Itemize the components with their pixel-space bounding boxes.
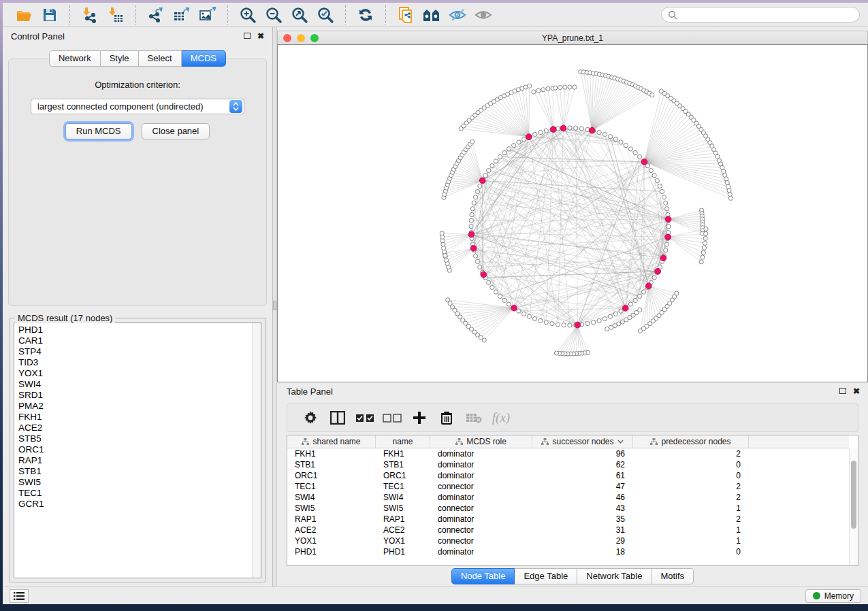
criterion-select[interactable]: largest connected component (undirected) (31, 99, 244, 114)
table-scrollbar[interactable] (849, 448, 858, 565)
zoom-fit-icon[interactable] (289, 5, 310, 24)
mcds-result-item[interactable]: SWI4 (18, 379, 252, 390)
tab-motifs[interactable]: Motifs (652, 568, 694, 584)
table-panel: Table Panel ✖ (277, 382, 868, 587)
tab-node-table[interactable]: Node Table (451, 568, 515, 584)
delete-row-icon[interactable] (433, 408, 460, 428)
close-panel-icon[interactable]: ✖ (257, 32, 264, 40)
mcds-result-item[interactable]: ORC1 (18, 444, 252, 455)
task-history-button[interactable] (10, 589, 29, 603)
mcds-result-item[interactable]: STB5 (18, 433, 252, 444)
table-row[interactable]: TEC1TEC1connector472 (287, 481, 849, 492)
tab-edge-table[interactable]: Edge Table (515, 568, 577, 584)
table-row[interactable]: SWI5SWI5connector431 (287, 503, 849, 514)
close-table-panel-icon[interactable]: ✖ (853, 387, 860, 395)
column-header-name[interactable]: name (376, 435, 430, 448)
show-column-icon[interactable] (324, 408, 351, 428)
splitter-handle[interactable] (273, 301, 276, 310)
table-row[interactable]: STB1STB1dominator620 (287, 459, 849, 470)
mcds-result-item[interactable]: PHD1 (18, 325, 252, 335)
float-panel-icon[interactable] (244, 32, 251, 40)
tab-style[interactable]: Style (101, 50, 139, 67)
network-canvas[interactable] (277, 44, 868, 382)
refresh-view-icon[interactable] (355, 5, 376, 24)
mcds-result-item[interactable]: YOX1 (18, 368, 252, 379)
open-session-icon[interactable] (14, 5, 34, 24)
import-table-icon[interactable] (106, 5, 126, 24)
table-row[interactable]: YOX1YOX1connector291 (287, 535, 849, 546)
mcds-result-list[interactable]: PHD1CAR1STP4TID3YOX1SWI4SRD1PMA2FKH1ACE2… (14, 323, 261, 578)
cell-predecessor-nodes: 1 (633, 503, 749, 514)
table-row[interactable]: RAP1RAP1dominator352 (287, 514, 849, 525)
mcds-result-item[interactable]: SRD1 (18, 390, 252, 401)
mcds-result-item[interactable]: ACE2 (18, 423, 252, 433)
cell-successor-nodes: 47 (532, 481, 633, 492)
mcds-result-item[interactable]: RAP1 (18, 455, 252, 466)
export-network-icon[interactable] (146, 5, 166, 24)
column-header-shared-name[interactable]: shared name (287, 435, 376, 448)
column-header-mcds-role[interactable]: MCDS role (430, 435, 532, 448)
table-row[interactable]: PHD1PHD1dominator180 (287, 546, 849, 557)
cell-name: YOX1 (376, 535, 430, 546)
cell-shared-name: YOX1 (287, 535, 376, 546)
network-view-titlebar[interactable]: YPA_prune.txt_1 (277, 31, 868, 44)
mcds-result-item[interactable]: CAR1 (18, 335, 252, 346)
cell-filler (749, 459, 849, 470)
criterion-select-value: largest connected component (undirected) (31, 101, 229, 112)
tab-network[interactable]: Network (49, 50, 101, 67)
table-row[interactable]: ACE2ACE2connector311 (287, 525, 849, 535)
column-header-successor-nodes[interactable]: successor nodes (532, 435, 633, 448)
export-image-icon[interactable] (197, 5, 218, 24)
tab-select[interactable]: Select (139, 50, 182, 67)
zoom-selected-icon[interactable] (315, 5, 336, 24)
mcds-result-item[interactable]: TID3 (18, 357, 252, 368)
select-all-icon[interactable] (351, 408, 379, 428)
mcds-result-item[interactable]: STB1 (18, 466, 252, 477)
table-settings-icon[interactable] (297, 408, 324, 428)
mcds-list-scrollbar[interactable] (252, 323, 261, 578)
network-view-window: YPA_prune.txt_1 (277, 31, 868, 382)
zoom-in-icon[interactable] (238, 5, 258, 24)
search-box[interactable] (661, 7, 860, 22)
first-neighbors-icon[interactable] (421, 5, 442, 24)
column-header-predecessor-nodes[interactable]: predecessor nodes (633, 435, 749, 448)
memory-button[interactable]: Memory (805, 589, 861, 603)
select-stepper-icon (229, 100, 242, 113)
column-header-filler (749, 435, 849, 448)
copy-style-icon[interactable] (396, 5, 416, 24)
show-hidden-icon[interactable] (473, 5, 494, 24)
mcds-result-item[interactable]: TEC1 (18, 488, 252, 499)
cell-name: TEC1 (376, 481, 430, 492)
table-row[interactable]: SWI4SWI4dominator462 (287, 492, 849, 503)
table-row[interactable]: FKH1FKH1dominator962 (287, 448, 849, 459)
cell-name: STB1 (376, 459, 430, 470)
search-input[interactable] (677, 10, 853, 20)
float-table-panel-icon[interactable] (839, 387, 846, 395)
cell-predecessor-nodes: 2 (633, 514, 749, 525)
tab-network-table[interactable]: Network Table (577, 568, 652, 584)
tab-mcds[interactable]: MCDS (182, 50, 226, 67)
hide-selected-icon[interactable] (447, 5, 468, 24)
mcds-result-item[interactable]: FKH1 (18, 412, 252, 423)
cell-name: RAP1 (376, 514, 430, 525)
mcds-result-item[interactable]: GCR1 (18, 499, 252, 510)
close-panel-button[interactable]: Close panel (142, 123, 210, 139)
export-table-icon[interactable] (172, 5, 192, 24)
import-network-icon[interactable] (80, 5, 100, 24)
mcds-result-item[interactable]: SWI5 (18, 477, 252, 488)
mcds-result-item[interactable]: STP4 (18, 346, 252, 357)
deselect-all-icon[interactable] (379, 408, 406, 428)
optimization-criterion-label: Optimization criterion: (9, 80, 266, 90)
table-row[interactable]: ORC1ORC1dominator610 (287, 470, 849, 481)
save-session-icon[interactable] (39, 5, 60, 24)
column-tree-icon (455, 438, 463, 445)
run-mcds-button[interactable]: Run MCDS (65, 123, 132, 139)
add-row-icon[interactable] (406, 408, 433, 428)
cell-predecessor-nodes: 0 (633, 546, 749, 557)
mcds-result-item[interactable]: PMA2 (18, 401, 252, 412)
table-scrollbar-thumb[interactable] (851, 461, 856, 529)
zoom-out-icon[interactable] (263, 5, 284, 24)
panel-splitter[interactable] (272, 27, 277, 587)
status-bar: Memory (3, 587, 868, 604)
cell-filler (749, 525, 849, 535)
